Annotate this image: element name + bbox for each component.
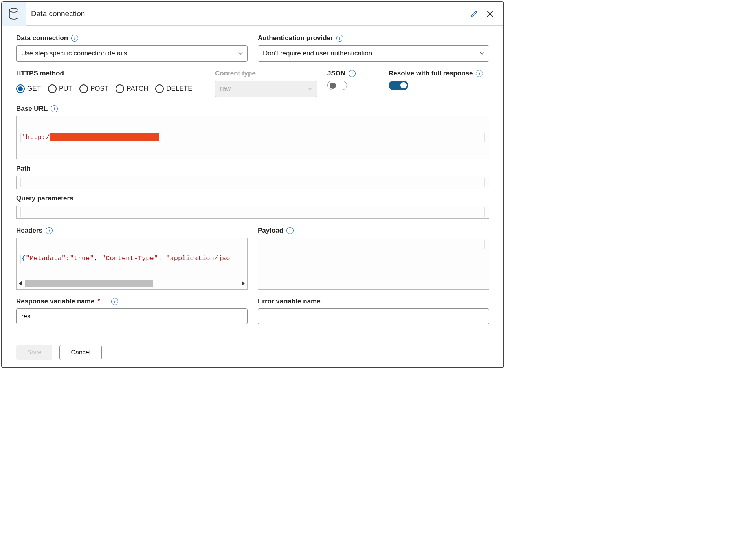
close-button[interactable] [482, 6, 498, 22]
https-method-label: HTTPS method [16, 70, 64, 77]
response-var-label: Response variable name [16, 297, 94, 305]
required-indicator: * [97, 298, 100, 305]
dialog-header: Data connection [2, 2, 503, 26]
resolve-label: Resolve with full response [389, 70, 473, 77]
data-connection-dialog: Data connection Data connection i Use st… [1, 1, 504, 368]
headers-label: Headers [16, 227, 42, 235]
save-button: Save [16, 345, 52, 360]
content-type-value: raw [220, 85, 231, 93]
svg-point-0 [9, 8, 18, 12]
radio-post[interactable]: POST [79, 84, 108, 93]
info-icon[interactable]: i [111, 298, 118, 305]
edit-button[interactable] [466, 6, 482, 22]
resolve-toggle[interactable] [389, 81, 408, 90]
info-icon[interactable]: i [71, 35, 78, 42]
https-method-group: GET PUT POST PATCH DELETE [16, 81, 205, 97]
path-label: Path [16, 165, 31, 173]
auth-provider-value: Don't require end user authentication [263, 50, 372, 57]
payload-label: Payload [258, 227, 283, 235]
response-var-input[interactable] [16, 308, 248, 324]
info-icon[interactable]: i [51, 105, 58, 112]
data-connection-select[interactable]: Use step specific connection details [16, 45, 248, 62]
info-icon[interactable]: i [46, 227, 53, 234]
dialog-footer: Save Cancel [16, 332, 489, 360]
data-connection-value: Use step specific connection details [21, 50, 127, 57]
path-input[interactable] [16, 176, 489, 189]
auth-provider-label: Authentication provider [258, 34, 333, 42]
radio-put[interactable]: PUT [48, 84, 72, 93]
query-params-input[interactable] [16, 206, 489, 219]
query-params-label: Query parameters [16, 195, 73, 202]
chevron-down-icon [307, 87, 313, 91]
info-icon[interactable]: i [349, 70, 356, 77]
error-var-input[interactable] [258, 308, 489, 324]
chevron-down-icon [238, 51, 243, 55]
payload-input[interactable] [258, 238, 489, 290]
scroll-right-icon[interactable] [242, 281, 245, 286]
data-connection-label: Data connection [16, 34, 68, 42]
chevron-down-icon [479, 51, 485, 55]
info-icon[interactable]: i [476, 70, 483, 77]
scroll-left-icon[interactable] [19, 281, 22, 286]
redacted-block [50, 133, 159, 141]
horizontal-scrollbar[interactable] [19, 280, 245, 287]
json-label: JSON [327, 70, 345, 77]
content-type-select: raw [215, 81, 317, 97]
dialog-title: Data connection [26, 9, 466, 18]
content-type-label: Content type [215, 70, 256, 77]
dialog-body: Data connection i Use step specific conn… [2, 26, 503, 367]
error-var-label: Error variable name [258, 297, 321, 305]
scrollbar-thumb[interactable] [25, 280, 153, 287]
base-url-label: Base URL [16, 105, 48, 113]
base-url-input[interactable]: 'http:/ [16, 116, 489, 159]
radio-get[interactable]: GET [16, 84, 41, 93]
database-icon [2, 2, 26, 26]
cancel-button[interactable]: Cancel [59, 345, 102, 360]
info-icon[interactable]: i [286, 227, 294, 234]
auth-provider-select[interactable]: Don't require end user authentication [258, 45, 489, 62]
radio-delete[interactable]: DELETE [155, 84, 192, 93]
headers-input[interactable]: {"Metadata":"true", "Content-Type": "app… [16, 238, 248, 290]
json-toggle[interactable] [327, 81, 347, 90]
radio-patch[interactable]: PATCH [116, 84, 148, 93]
info-icon[interactable]: i [336, 35, 343, 42]
